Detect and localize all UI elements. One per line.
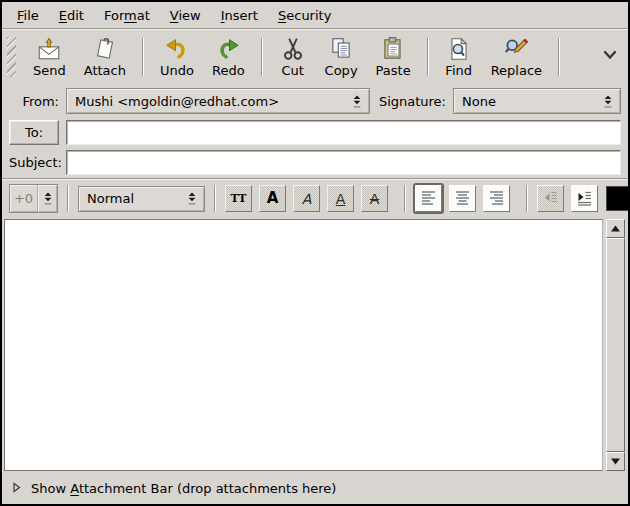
typewriter-toggle[interactable]: TT (225, 185, 252, 212)
message-body-input[interactable] (4, 219, 603, 471)
font-size-value: +0 (10, 185, 37, 212)
toolbar-separator (261, 38, 263, 76)
expander-triangle-icon (11, 481, 22, 496)
dropdown-indicator-icon (37, 185, 57, 212)
format-separator (404, 185, 406, 212)
indent-icon (575, 188, 594, 210)
from-label: From: (9, 94, 59, 109)
menu-edit[interactable]: Edit (49, 5, 94, 26)
replace-button[interactable]: Replace (482, 33, 551, 81)
from-value: Mushi <mgoldin@redhat.com> (75, 94, 345, 109)
cut-icon (280, 36, 306, 62)
menu-insert[interactable]: Insert (211, 5, 268, 26)
format-separator (214, 185, 216, 212)
cut-button[interactable]: Cut (270, 33, 316, 81)
composer-window: File Edit Format View Insert Security Se… (0, 0, 630, 506)
to-button[interactable]: To: (9, 120, 59, 145)
send-icon (36, 36, 62, 62)
redo-icon (215, 36, 241, 62)
strikethrough-toggle[interactable]: A (361, 185, 388, 212)
align-left-icon (419, 188, 438, 210)
main-toolbar: Send Attach Undo Redo (2, 28, 628, 84)
font-size-dropdown[interactable]: +0 (9, 184, 58, 213)
attachment-bar-label: Show Attachment Bar (drop attachments he… (31, 481, 336, 496)
toolbar-grip[interactable] (7, 37, 16, 77)
italic-toggle[interactable]: A (293, 185, 320, 212)
align-left-button[interactable] (415, 185, 442, 212)
align-right-icon (487, 188, 506, 210)
paste-button[interactable]: Paste (367, 33, 420, 81)
to-row: To: (2, 118, 628, 147)
subject-row: Subject: (2, 147, 628, 178)
show-attachment-bar-expander[interactable]: Show Attachment Bar (drop attachments he… (2, 473, 628, 504)
menu-bar: File Edit Format View Insert Security (2, 2, 628, 28)
scroll-up-button[interactable] (606, 219, 625, 238)
toolbar-separator (558, 38, 560, 76)
paste-icon (380, 36, 406, 62)
paragraph-style-value: Normal (87, 191, 180, 206)
dropdown-indicator-icon (602, 94, 614, 109)
replace-icon (503, 36, 529, 62)
dropdown-indicator-icon (186, 191, 198, 206)
find-icon (446, 36, 472, 62)
align-center-icon (453, 188, 472, 210)
arrow-up-icon (609, 221, 622, 236)
unindent-icon (541, 188, 560, 210)
indent-button[interactable] (571, 185, 598, 212)
menu-security[interactable]: Security (268, 5, 341, 26)
format-toolbar: +0 Normal TT A A A A (2, 178, 628, 218)
menu-format[interactable]: Format (94, 5, 160, 26)
from-dropdown[interactable]: Mushi <mgoldin@redhat.com> (66, 88, 370, 114)
to-input[interactable] (66, 120, 621, 145)
subject-input[interactable] (66, 150, 621, 175)
editor-scrollbar[interactable] (606, 219, 625, 471)
scroll-down-button[interactable] (606, 452, 625, 471)
redo-button[interactable]: Redo (203, 33, 254, 81)
editor-area (2, 218, 628, 473)
send-button[interactable]: Send (24, 33, 75, 81)
signature-dropdown[interactable]: None (453, 88, 621, 114)
signature-value: None (462, 94, 596, 109)
paragraph-style-dropdown[interactable]: Normal (78, 186, 205, 212)
underline-toggle[interactable]: A (327, 185, 354, 212)
undo-icon (164, 36, 190, 62)
unindent-button[interactable] (537, 185, 564, 212)
copy-button[interactable]: Copy (316, 33, 367, 81)
bold-toggle[interactable]: A (259, 185, 286, 212)
chevron-down-icon (602, 49, 618, 64)
toolbar-separator (142, 38, 144, 76)
menu-file[interactable]: File (7, 5, 49, 26)
format-separator (526, 185, 528, 212)
scrollbar-thumb[interactable] (606, 238, 625, 452)
align-right-button[interactable] (483, 185, 510, 212)
toolbar-overflow-chevron[interactable] (600, 45, 620, 68)
format-separator (67, 185, 69, 212)
find-button[interactable]: Find (436, 33, 482, 81)
align-center-button[interactable] (449, 185, 476, 212)
copy-icon (328, 36, 354, 62)
attach-button[interactable]: Attach (75, 33, 135, 81)
from-row: From: Mushi <mgoldin@redhat.com> Signatu… (2, 84, 628, 118)
undo-button[interactable]: Undo (151, 33, 203, 81)
menu-view[interactable]: View (160, 5, 211, 26)
subject-label: Subject: (9, 155, 59, 170)
arrow-down-icon (609, 454, 622, 469)
attach-icon (92, 36, 118, 62)
signature-label: Signature: (379, 94, 446, 109)
dropdown-indicator-icon (351, 94, 363, 109)
font-color-button[interactable] (606, 186, 630, 211)
toolbar-separator (427, 38, 429, 76)
